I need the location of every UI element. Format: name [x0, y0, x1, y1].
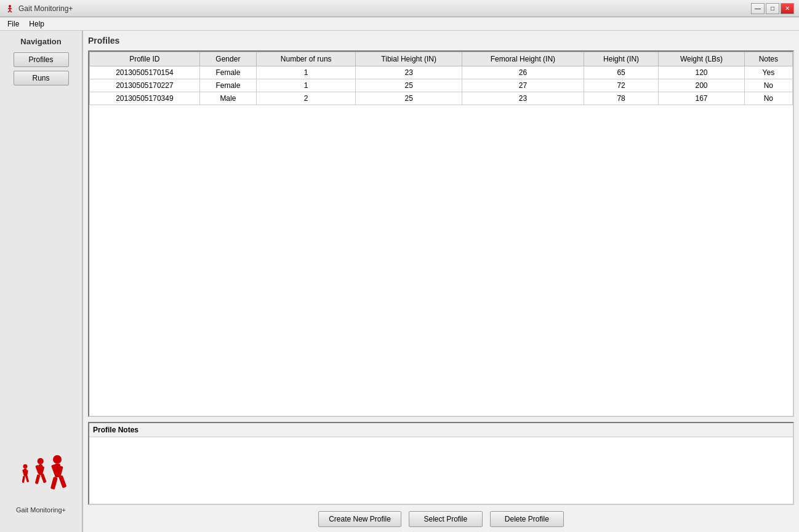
col-notes: Notes — [744, 52, 792, 66]
menu-bar: File Help — [0, 17, 799, 31]
table-cell: 23 — [356, 66, 462, 79]
table-cell: Female — [199, 66, 256, 79]
table-cell: No — [744, 92, 792, 105]
table-cell: 25 — [356, 79, 462, 92]
notes-content[interactable] — [89, 437, 793, 504]
svg-rect-9 — [22, 476, 25, 483]
profiles-table: Profile ID Gender Number of runs Tibial … — [89, 52, 793, 105]
table-cell: 20130505170227 — [90, 79, 200, 92]
menu-file[interactable]: File — [2, 18, 24, 30]
svg-rect-16 — [40, 473, 46, 483]
svg-point-17 — [53, 455, 62, 464]
table-cell: 1 — [257, 66, 356, 79]
svg-rect-15 — [34, 474, 40, 484]
col-profile-id: Profile ID — [90, 52, 200, 66]
close-button[interactable]: ✕ — [781, 3, 794, 14]
col-runs: Number of runs — [257, 52, 356, 66]
svg-point-5 — [23, 464, 27, 469]
col-height: Height (IN) — [584, 52, 658, 66]
table-cell: 167 — [659, 92, 744, 105]
sidebar: Navigation Profiles Runs — [0, 31, 83, 532]
table-row[interactable]: 20130505170227Female1252772200No — [90, 79, 793, 92]
profiles-nav-btn[interactable]: Profiles — [14, 52, 69, 67]
table-cell: No — [744, 79, 792, 92]
logo-text: Gait Monitoring+ — [16, 506, 66, 514]
page-title: Profiles — [88, 36, 794, 46]
svg-line-4 — [10, 10, 12, 12]
table-cell: 1 — [257, 79, 356, 92]
table-cell: 120 — [659, 66, 744, 79]
table-cell: Female — [199, 79, 256, 92]
table-cell: 26 — [462, 66, 584, 79]
table-cell: 20130505170154 — [90, 66, 200, 79]
svg-rect-22 — [58, 475, 66, 488]
table-cell: Male — [199, 92, 256, 105]
table-cell: 23 — [462, 92, 584, 105]
svg-point-0 — [9, 5, 11, 7]
profiles-table-area[interactable]: Profile ID Gender Number of runs Tibial … — [88, 50, 794, 417]
table-cell: Yes — [744, 66, 792, 79]
table-cell: 200 — [659, 79, 744, 92]
maximize-button[interactable]: □ — [766, 3, 779, 14]
menu-help[interactable]: Help — [24, 18, 49, 30]
button-bar: Create New Profile Select Profile Delete… — [88, 511, 794, 527]
minimize-button[interactable]: — — [751, 3, 765, 14]
app-icon — [5, 4, 15, 14]
table-cell: 72 — [584, 79, 658, 92]
sidebar-title: Navigation — [20, 37, 61, 46]
table-cell: 27 — [462, 79, 584, 92]
svg-rect-21 — [50, 477, 57, 490]
main-content: Profiles Profile ID Gender Number of run… — [83, 31, 799, 532]
col-femoral: Femoral Height (IN) — [462, 52, 584, 66]
svg-rect-10 — [25, 475, 29, 483]
window-title: Gait Monitoring+ — [18, 4, 751, 13]
table-cell: 25 — [356, 92, 462, 105]
table-cell: 78 — [584, 92, 658, 105]
table-cell: 20130505170349 — [90, 92, 200, 105]
delete-profile-button[interactable]: Delete Profile — [490, 511, 564, 527]
notes-label: Profile Notes — [89, 423, 793, 437]
app-container: Navigation Profiles Runs — [0, 31, 799, 532]
logo-image — [10, 455, 72, 504]
create-profile-button[interactable]: Create New Profile — [318, 511, 401, 527]
table-row[interactable]: 20130505170349Male2252378167No — [90, 92, 793, 105]
runs-nav-btn[interactable]: Runs — [14, 71, 69, 85]
table-cell: 65 — [584, 66, 658, 79]
col-weight: Weight (LBs) — [659, 52, 744, 66]
table-row[interactable]: 20130505170154Female1232665120Yes — [90, 66, 793, 79]
select-profile-button[interactable]: Select Profile — [409, 511, 483, 527]
window-controls: — □ ✕ — [751, 3, 794, 14]
table-cell: 2 — [257, 92, 356, 105]
title-bar: Gait Monitoring+ — □ ✕ — [0, 0, 799, 17]
sidebar-logo: Gait Monitoring+ — [0, 455, 82, 514]
svg-point-11 — [37, 458, 43, 464]
col-tibial: Tibial Height (IN) — [356, 52, 462, 66]
col-gender: Gender — [199, 52, 256, 66]
profile-notes-area: Profile Notes — [88, 422, 794, 505]
